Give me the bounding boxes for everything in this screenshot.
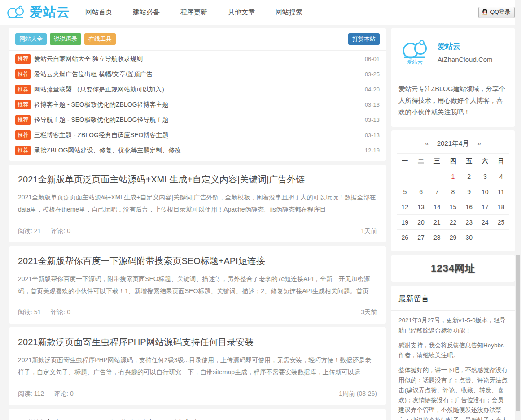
article-card: 2021全新版帮你百度一下源码附带搜索页SEO标题+API短连接 2021全新版… bbox=[9, 246, 386, 324]
page-scrollbar[interactable] bbox=[515, 0, 521, 420]
article-excerpt: 2021新款泛页面寄生虫程序PHP网站源码，支持任何2级3级...目录使用，上传… bbox=[18, 354, 377, 379]
calendar-day[interactable]: 14 bbox=[429, 199, 445, 215]
article-comments: 评论: 0 bbox=[54, 390, 74, 398]
nav-item[interactable]: 建站必备 bbox=[133, 8, 160, 17]
recommended-item-title[interactable]: 爱站云火爆广告位出租 横幅/文章/置顶广告 bbox=[34, 70, 153, 78]
qq-penguin-icon bbox=[482, 9, 488, 17]
calendar-empty-cell bbox=[397, 169, 413, 184]
recommended-item[interactable]: 推荐 轻博客主题 - SEO极致优化的ZBLOG轻博客主题 03-13 bbox=[15, 98, 380, 112]
recommended-item-title[interactable]: 轻博客主题 - SEO极致优化的ZBLOG轻博客主题 bbox=[34, 101, 168, 109]
calendar-day[interactable]: 17 bbox=[477, 199, 493, 215]
recommended-list: 推荐 爱站云自家网站大全 独立导航收录规则 06-01 推荐 爱站云火爆广告位出… bbox=[15, 52, 380, 157]
recommended-item-title[interactable]: 承接ZBLOG网站建设、修复、优化等主题定制、修改... bbox=[34, 147, 186, 155]
comment-item[interactable]: 2021年3月27号，更新v1-5-0版本，轻导航已经移除聚合标签功能！ bbox=[398, 316, 508, 336]
ad-banner-1234[interactable]: 1234网址 bbox=[391, 255, 515, 282]
calendar-day[interactable]: 5 bbox=[397, 184, 413, 199]
calendar-day[interactable]: 11 bbox=[493, 184, 509, 199]
article-comments: 评论: 0 bbox=[51, 227, 70, 235]
calendar-day[interactable]: 27 bbox=[413, 230, 429, 245]
calendar-day[interactable]: 21 bbox=[429, 215, 445, 230]
calendar-day[interactable]: 3 bbox=[477, 169, 493, 184]
calendar-day[interactable]: 7 bbox=[429, 184, 445, 199]
calendar-day[interactable]: 28 bbox=[429, 230, 445, 245]
calendar-day[interactable]: 18 bbox=[493, 199, 509, 215]
recommended-item-title[interactable]: 爱站云自家网站大全 独立导航收录规则 bbox=[34, 55, 143, 63]
recommended-item[interactable]: 推荐 承接ZBLOG网站建设、修复、优化等主题定制、修改... 12-19 bbox=[15, 143, 380, 157]
recommended-item[interactable]: 推荐 网站流量联盟 （只要你是正规网站就可以加入） 04-20 bbox=[15, 82, 380, 96]
calendar-weekday: 五 bbox=[461, 154, 477, 169]
calendar-next-icon[interactable]: » bbox=[471, 139, 487, 147]
calendar-day[interactable]: 22 bbox=[445, 215, 461, 230]
nav-item[interactable]: 程序更新 bbox=[180, 8, 207, 17]
nav-item[interactable]: 网站首页 bbox=[85, 8, 112, 17]
comment-item[interactable]: 整体挺好的，讲一下吧，不然感觉都没有用似的：话题没有了；点赞、评论无法点击(建议… bbox=[398, 365, 508, 420]
latest-comments-title: 最新留言 bbox=[391, 293, 515, 311]
article-meta: 阅读: 21 评论: 0 1天前 bbox=[18, 222, 377, 239]
article-title[interactable]: 2021全新版帮你百度一下源码附带搜索页SEO标题+API短连接 bbox=[18, 255, 377, 267]
calendar-day[interactable]: 13 bbox=[413, 199, 429, 215]
calendar-table: 一二三四五六日 12345678910111213141516171819202… bbox=[397, 153, 509, 245]
calendar-card: « 2021年4月 » 一二三四五六日 12345678910111213141… bbox=[391, 130, 515, 251]
calendar-weekday: 二 bbox=[413, 154, 429, 169]
calendar-empty-cell bbox=[477, 230, 493, 245]
recommended-item-title[interactable]: 轻导航主题 - SEO极致优化的ZBLOG轻导航主题 bbox=[34, 116, 168, 124]
qq-login-button[interactable]: QQ登录 bbox=[478, 7, 515, 18]
calendar-day[interactable]: 10 bbox=[477, 184, 493, 199]
tag-button[interactable]: 说说语录 bbox=[50, 33, 81, 45]
tag-button[interactable]: 网站大全 bbox=[15, 33, 47, 45]
calendar-day[interactable]: 24 bbox=[477, 215, 493, 230]
avatar[interactable]: 爱站云 bbox=[398, 35, 431, 69]
calendar-day[interactable]: 19 bbox=[397, 215, 413, 230]
profile-name[interactable]: 爱站云 bbox=[438, 41, 493, 52]
recommended-item[interactable]: 推荐 三栏博客主题 - ZBLOG经典自适应SEO博客主题 03-13 bbox=[15, 128, 380, 142]
article-excerpt: 2021全新版单页泛页面主站源码+XML生成+自定义内容|关键词|广告外链，全新… bbox=[18, 191, 377, 216]
calendar-prev-icon[interactable]: « bbox=[419, 139, 435, 147]
qq-login-label: QQ登录 bbox=[490, 9, 510, 16]
calendar-day[interactable]: 4 bbox=[493, 169, 509, 184]
site-logo[interactable]: 爱站云 bbox=[5, 4, 70, 22]
calendar-day[interactable]: 16 bbox=[461, 199, 477, 215]
calendar-day[interactable]: 20 bbox=[413, 215, 429, 230]
comments-count: 0 bbox=[67, 227, 70, 234]
recommend-badge: 推荐 bbox=[15, 146, 31, 155]
calendar-day[interactable]: 6 bbox=[413, 184, 429, 199]
recommended-item-date: 03-13 bbox=[359, 132, 380, 139]
nav-item[interactable]: 网站搜索 bbox=[276, 8, 302, 17]
calendar-day[interactable]: 29 bbox=[445, 230, 461, 245]
recommended-item-title[interactable]: 三栏博客主题 - ZBLOG经典自适应SEO博客主题 bbox=[34, 131, 168, 139]
article-title[interactable]: 2021新款泛页面寄生虫程序PHP网站源码支持任何目录安装 bbox=[18, 336, 377, 348]
recommended-item-title[interactable]: 网站流量联盟 （只要你是正规网站就可以加入） bbox=[34, 86, 168, 94]
profile-card: 爱站云 爱站云 AiZhanCloud.Com 爱站云专注ZBLOG建站领域，分… bbox=[391, 28, 515, 127]
comment-item[interactable]: 感谢支持，我会将反馈信息告知Heybbs作者，请继续关注吧。 bbox=[398, 341, 508, 361]
calendar-day[interactable]: 12 bbox=[397, 199, 413, 215]
recommended-item-date: 06-01 bbox=[359, 56, 380, 62]
recommended-item[interactable]: 推荐 轻导航主题 - SEO极致优化的ZBLOG轻导航主题 03-13 bbox=[15, 113, 380, 127]
article-title[interactable]: 三栏博客主题 - ZBLOG经典自适应SEO博客主题 bbox=[18, 418, 377, 420]
nav-item[interactable]: 其他文章 bbox=[228, 8, 255, 17]
calendar-weekday: 六 bbox=[477, 154, 493, 169]
calendar-day[interactable]: 25 bbox=[493, 215, 509, 230]
calendar-day[interactable]: 30 bbox=[461, 230, 477, 245]
calendar-day[interactable]: 15 bbox=[445, 199, 461, 215]
calendar-empty-cell bbox=[493, 230, 509, 245]
article-date: 3天前 bbox=[361, 308, 377, 316]
calendar-day[interactable]: 8 bbox=[445, 184, 461, 199]
comments-label: 评论: bbox=[51, 308, 65, 316]
calendar-day[interactable]: 9 bbox=[461, 184, 477, 199]
tag-button[interactable]: 在线工具 bbox=[84, 33, 116, 45]
article-title[interactable]: 2021全新版单页泛页面主站源码+XML生成+自定义内容|关键词|广告外链 bbox=[18, 173, 377, 186]
recommended-item[interactable]: 推荐 爱站云自家网站大全 独立导航收录规则 06-01 bbox=[15, 52, 380, 66]
calendar-day[interactable]: 2 bbox=[461, 169, 477, 184]
recommend-badge: 推荐 bbox=[15, 115, 31, 125]
calendar-day[interactable]: 1 bbox=[445, 169, 461, 184]
article-reads: 阅读: 112 bbox=[18, 390, 44, 398]
recommend-badge: 推荐 bbox=[15, 130, 31, 140]
profile-description: 爱站云专注ZBLOG建站领域，分享个人所得技术，用心做好个人博客，喜欢的小伙伴就… bbox=[391, 76, 515, 120]
calendar-day[interactable]: 26 bbox=[397, 230, 413, 245]
calendar-day[interactable]: 23 bbox=[461, 215, 477, 230]
comment-list: 2021年3月27号，更新v1-5-0版本，轻导航已经移除聚合标签功能！感谢支持… bbox=[398, 316, 508, 420]
scrollbar-thumb[interactable] bbox=[516, 255, 520, 411]
donate-button[interactable]: 打赏本站 bbox=[348, 33, 380, 45]
recommend-badge: 推荐 bbox=[15, 85, 31, 94]
recommended-item[interactable]: 推荐 爱站云火爆广告位出租 横幅/文章/置顶广告 03-25 bbox=[15, 67, 380, 81]
